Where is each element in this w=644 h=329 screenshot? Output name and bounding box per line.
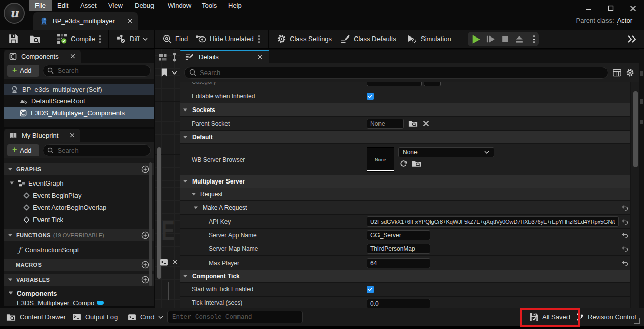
hide-unrelated-options-button[interactable] [258,30,260,48]
resize-grip[interactable] [634,318,640,324]
tick-interval-input[interactable] [367,299,430,308]
close-icon[interactable] [173,260,177,264]
hide-unrelated-button[interactable]: Hide Unrelated [196,30,254,48]
display-filter-icon[interactable] [613,69,621,77]
parent-class-link[interactable]: Actor [617,17,632,25]
menu-asset[interactable]: Asset [74,0,103,11]
add-component-button[interactable]: + Add [7,65,39,77]
category-header-component-tick[interactable]: Component Tick [180,270,630,283]
details-search-input[interactable] [200,69,603,77]
minimize-button[interactable] [577,0,599,16]
variables-section-header[interactable]: VARIABLES [4,274,154,286]
category-header-sockets[interactable]: Sockets [180,103,630,117]
functions-section-header[interactable]: FUNCTIONS (19 OVERRIDABLE) [4,229,154,241]
menu-tools[interactable]: Tools [196,0,223,11]
tab-close-icon[interactable] [70,133,75,138]
clipped-combo[interactable] [367,82,422,86]
components-search-input[interactable] [57,67,146,75]
console-command-box[interactable] [167,311,303,323]
cmd-button[interactable]: Cmd [128,308,163,326]
find-button[interactable]: Find [163,30,188,48]
graphs-section-header[interactable]: GRAPHS [4,163,154,175]
asset-tab[interactable]: BP_e3ds_multiplayer [33,12,138,30]
collapse-arrow-icon[interactable] [194,206,198,209]
graph-editor-strip[interactable]: E [155,49,180,308]
close-window-button[interactable] [622,0,644,16]
tree-row-scene-root[interactable]: DefaultSceneRoot [4,95,154,107]
menu-window[interactable]: Window [162,0,197,11]
rail-mark[interactable] [640,71,643,76]
server-app-name-field[interactable] [367,230,430,240]
eject-button[interactable] [515,35,523,43]
compile-options-button[interactable] [99,30,101,48]
compile-button[interactable]: Compile [57,30,95,48]
server-app-name-input[interactable] [367,231,430,240]
toolbar-overflow-button[interactable] [626,30,637,48]
component-variable-item[interactable]: E3DS_Multiplayer_Compo [4,299,154,306]
add-graph-icon[interactable] [141,165,149,173]
add-function-icon[interactable] [141,231,149,239]
rail-mark[interactable] [640,99,643,104]
tick-interval-field[interactable] [367,299,430,308]
output-log-button[interactable]: Output Log [72,308,118,326]
add-variable-icon[interactable] [141,276,149,284]
api-key-field[interactable] [367,216,619,227]
macros-section-header[interactable]: MACROS [4,259,154,271]
tab-close-icon[interactable] [70,54,75,59]
asset-thumbnail[interactable]: None [367,147,394,172]
menu-view[interactable]: View [102,0,129,11]
components-search[interactable] [43,65,151,77]
chevron-down-icon[interactable] [172,71,177,75]
components-tab[interactable]: Components [4,50,81,63]
pin-icon[interactable] [171,52,178,62]
tab-close-icon[interactable] [127,18,133,24]
bookmark-icon[interactable] [161,68,168,77]
server-map-name-input[interactable] [367,244,430,253]
tree-row-multiplayer-components[interactable]: E3DS_Multiplayer_Components [4,107,154,119]
reset-to-default-icon[interactable] [622,260,628,266]
details-settings-gear-icon[interactable] [626,68,634,77]
server-map-name-field[interactable] [367,244,430,254]
add-macro-icon[interactable] [141,261,149,269]
rail-mark[interactable] [640,120,643,124]
maximize-button[interactable] [599,0,622,16]
category-header-multiplayer-server[interactable]: Multiplayer Server [180,175,630,188]
details-scroll-track[interactable] [630,82,639,308]
browse-socket-icon[interactable] [408,120,418,127]
components-category-header[interactable]: Components [4,287,154,299]
clear-socket-icon[interactable] [423,120,429,127]
event-actor-begin-overlap-item[interactable]: Event ActorBeginOverlap [4,201,154,213]
tree-row-self[interactable]: BP_e3ds_multiplayer (Self) [4,84,154,95]
subcategory-header-request[interactable]: Request [180,188,630,201]
class-settings-button[interactable]: Class Settings [277,30,332,48]
details-tab[interactable]: Details [180,50,269,63]
menu-edit[interactable]: Edit [51,0,74,11]
category-header-default[interactable]: Default [180,131,630,144]
diff-button[interactable]: Diff [117,30,148,48]
browse-asset-button[interactable] [29,30,40,48]
browse-to-asset-icon[interactable] [412,160,421,167]
content-drawer-button[interactable]: Content Drawer [6,308,66,326]
my-blueprint-scrollbar[interactable] [149,162,152,286]
details-search[interactable] [184,67,608,79]
add-blueprint-item-button[interactable]: + Add [7,144,39,156]
my-blueprint-search[interactable] [43,144,151,156]
play-options-button[interactable] [533,35,535,43]
play-button[interactable] [471,34,481,44]
compiler-results-icon[interactable] [160,258,168,266]
event-tick-item[interactable]: Event Tick [4,213,154,226]
class-defaults-button[interactable]: Class Defaults [340,30,396,48]
reset-to-default-icon[interactable] [622,205,628,211]
parent-socket-field[interactable]: None [367,119,404,129]
clipped-button[interactable] [424,82,441,86]
my-blueprint-search-input[interactable] [57,147,146,154]
console-command-input[interactable] [168,311,302,323]
revision-control-button[interactable]: Revision Control [576,308,636,326]
my-blueprint-tab[interactable]: My Blueprint [4,129,80,142]
tab-close-icon[interactable] [257,54,263,60]
details-scrollbar[interactable] [633,91,638,167]
unreal-logo-icon[interactable]: u [4,3,25,24]
menu-help[interactable]: Help [222,0,248,11]
save-button[interactable] [9,30,18,48]
reset-to-default-icon[interactable] [622,232,628,238]
